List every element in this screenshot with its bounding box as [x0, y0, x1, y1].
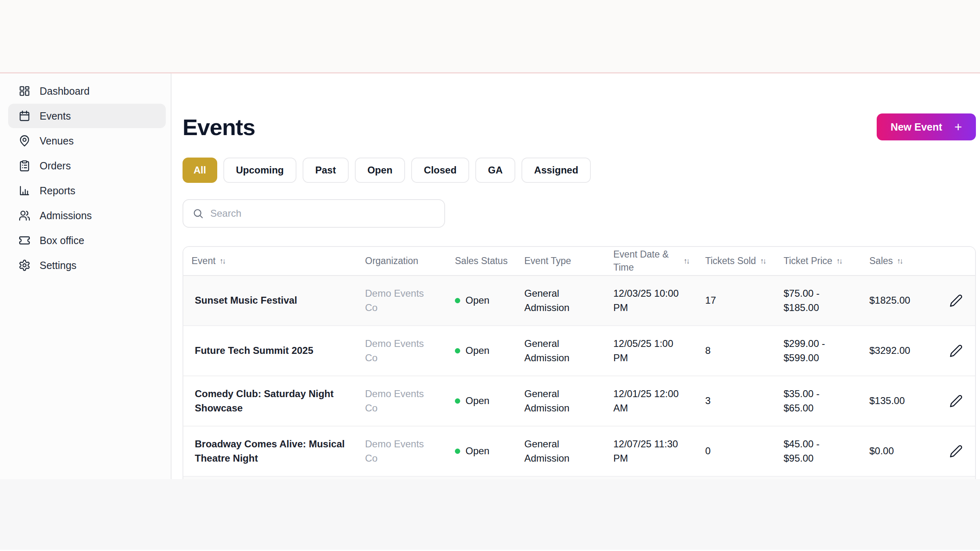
edit-button[interactable]	[947, 442, 965, 460]
column-header-tickets-sold[interactable]: Tickets Sold ↑↓	[697, 255, 775, 267]
sort-icon: ↑↓	[836, 256, 842, 267]
sales-status-cell: Open	[447, 293, 516, 307]
page-bottom-area	[0, 479, 980, 550]
page-header: Events New Event +	[183, 113, 976, 140]
main-content: Events New Event + All Upcoming Past	[172, 73, 980, 479]
row-actions-cell	[939, 442, 975, 460]
search-icon	[192, 208, 204, 219]
sidebar-item-label: Events	[40, 110, 71, 122]
sidebar-item-dashboard[interactable]: Dashboard	[8, 79, 166, 103]
sidebar-item-admissions[interactable]: Admissions	[8, 203, 166, 228]
top-chrome-strip	[0, 0, 980, 73]
status-label: Open	[466, 394, 490, 408]
sales-status-cell: Open	[447, 344, 516, 358]
ticket-price-cell: $75.00 - $185.00	[775, 287, 861, 314]
sales-cell: $0.00	[861, 444, 939, 458]
event-name-cell: Comedy Club: Saturday Night Showcase	[183, 387, 357, 415]
date-time-cell: 12/03/25 10:00 PM	[605, 287, 697, 314]
sidebar-item-label: Venues	[40, 135, 74, 147]
new-event-label: New Event	[891, 121, 942, 133]
sales-cell: $3292.00	[861, 344, 939, 358]
status-dot	[455, 449, 460, 454]
sales-cell: $135.00	[861, 394, 939, 408]
column-header-label: Event Date & Time	[613, 248, 679, 273]
ticket-price-cell: $299.00 - $599.00	[775, 337, 861, 364]
app-window: Dashboard Events Venues Orders Reports	[0, 73, 980, 479]
table-row[interactable]: Broadway Comes Alive: Musical Theatre Ni…	[183, 427, 975, 477]
edit-button[interactable]	[947, 291, 965, 310]
filter-chip-open[interactable]: Open	[355, 158, 405, 183]
status-dot	[455, 298, 460, 303]
sidebar-item-events[interactable]: Events	[8, 104, 166, 128]
organization-cell: Demo Events Co	[357, 287, 447, 314]
filter-chip-all[interactable]: All	[183, 158, 217, 183]
new-event-button[interactable]: New Event +	[877, 113, 976, 140]
map-pin-icon	[18, 135, 31, 147]
clipboard-icon	[18, 160, 31, 172]
dashboard-icon	[18, 85, 31, 97]
sales-status-cell: Open	[447, 444, 516, 458]
column-header-organization[interactable]: Organization	[357, 255, 447, 267]
status-label: Open	[466, 344, 490, 358]
page-title: Events	[183, 114, 255, 140]
sidebar-item-label: Admissions	[40, 210, 92, 222]
date-time-cell: 12/01/25 12:00 AM	[605, 387, 697, 415]
sidebar-item-label: Orders	[40, 160, 71, 172]
tickets-sold-cell: 17	[697, 293, 775, 307]
sidebar-item-settings[interactable]: Settings	[8, 253, 166, 278]
ticket-price-cell: $45.00 - $95.00	[775, 437, 861, 465]
filter-chip-past[interactable]: Past	[303, 158, 349, 183]
edit-button[interactable]	[947, 342, 965, 360]
column-header-label: Sales Status	[455, 255, 508, 267]
sort-icon: ↑↓	[897, 256, 902, 267]
sidebar-item-venues[interactable]: Venues	[8, 129, 166, 153]
status-label: Open	[466, 444, 490, 458]
filter-chip-closed[interactable]: Closed	[411, 158, 469, 183]
table-row[interactable]: Sunset Music Festival Demo Events Co Ope…	[183, 276, 975, 326]
event-name-cell: Future Tech Summit 2025	[183, 344, 357, 358]
bar-chart-icon	[18, 184, 31, 197]
organization-cell: Demo Events Co	[357, 337, 447, 364]
calendar-icon	[18, 110, 31, 122]
filter-chip-label: Closed	[424, 164, 457, 176]
column-header-sales-status[interactable]: Sales Status	[447, 255, 516, 267]
sort-icon: ↑↓	[220, 256, 225, 267]
date-time-cell: 12/07/25 11:30 PM	[605, 437, 697, 465]
next-row-partial	[183, 477, 975, 479]
sidebar-item-label: Reports	[40, 185, 76, 197]
filter-chip-label: Assigned	[534, 164, 578, 176]
event-type-cell: General Admission	[516, 387, 605, 415]
event-type-cell: General Admission	[516, 337, 605, 364]
column-header-ticket-price[interactable]: Ticket Price ↑↓	[775, 255, 861, 267]
tickets-sold-cell: 0	[697, 444, 775, 458]
filter-chip-ga[interactable]: GA	[475, 158, 515, 183]
column-header-event-type[interactable]: Event Type	[516, 255, 605, 267]
column-header-label: Tickets Sold	[705, 255, 756, 267]
search-input[interactable]	[210, 208, 435, 219]
filter-chip-upcoming[interactable]: Upcoming	[223, 158, 296, 183]
edit-button[interactable]	[947, 392, 965, 410]
table-body: Sunset Music Festival Demo Events Co Ope…	[183, 276, 975, 477]
sidebar-item-reports[interactable]: Reports	[8, 178, 166, 203]
filter-chip-row: All Upcoming Past Open Closed	[183, 158, 976, 183]
column-header-label: Ticket Price	[784, 255, 832, 267]
column-header-label: Event Type	[524, 255, 571, 267]
event-name-cell: Sunset Music Festival	[183, 293, 357, 307]
table-row[interactable]: Future Tech Summit 2025 Demo Events Co O…	[183, 326, 975, 376]
event-name-cell: Broadway Comes Alive: Musical Theatre Ni…	[183, 437, 357, 465]
pencil-icon	[949, 344, 963, 358]
pencil-icon	[949, 294, 963, 307]
tickets-sold-cell: 8	[697, 344, 775, 358]
table-row[interactable]: Comedy Club: Saturday Night Showcase Dem…	[183, 376, 975, 427]
sidebar-item-box-office[interactable]: Box office	[8, 228, 166, 253]
column-header-sales[interactable]: Sales ↑↓	[861, 255, 939, 267]
column-header-event-date-time[interactable]: Event Date & Time ↑↓	[605, 248, 697, 273]
sidebar-item-orders[interactable]: Orders	[8, 153, 166, 178]
filter-chip-assigned[interactable]: Assigned	[521, 158, 591, 183]
users-icon	[18, 209, 31, 222]
sales-status-cell: Open	[447, 394, 516, 408]
events-table: Event ↑↓ Organization Sales Status	[183, 246, 976, 479]
pencil-icon	[949, 394, 963, 408]
column-header-label: Organization	[365, 255, 418, 267]
column-header-event[interactable]: Event ↑↓	[183, 255, 357, 267]
